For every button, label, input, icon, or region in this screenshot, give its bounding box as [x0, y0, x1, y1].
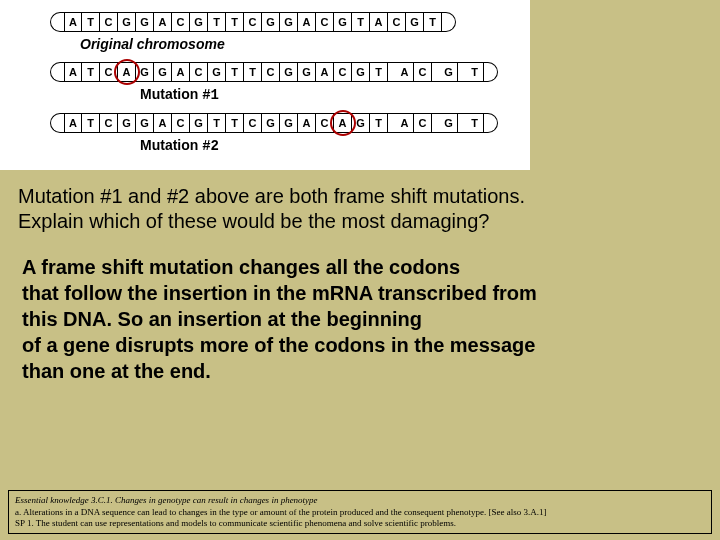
dna-base: C — [100, 12, 118, 32]
chromosome-diagram: ATCGGACGTTCGGACGTACGT Original chromosom… — [0, 0, 530, 170]
dna-base: G — [154, 62, 172, 82]
dna-base: G — [136, 62, 154, 82]
mutation-2-chromosome: ATCGGACGTTCGGACAGTACGT — [50, 113, 530, 133]
dna-base: G — [262, 113, 280, 133]
answer-line: of a gene disrupts more of the codons in… — [22, 332, 702, 358]
dna-base: A — [64, 113, 82, 133]
answer-line: that follow the insertion in the mRNA tr… — [22, 280, 702, 306]
dna-base: A — [298, 12, 316, 32]
answer-text: A frame shift mutation changes all the c… — [0, 244, 720, 394]
dna-base: G — [280, 12, 298, 32]
chrom-cap-left — [50, 113, 64, 133]
original-chromosome: ATCGGACGTTCGGACGTACGT — [50, 12, 530, 32]
dna-base: C — [172, 12, 190, 32]
dna-base: G — [298, 62, 316, 82]
dna-base: G — [190, 12, 208, 32]
dna-base: G — [280, 62, 298, 82]
dna-base: A — [154, 113, 172, 133]
mutation-number: #1 — [202, 87, 219, 103]
dna-base: G — [208, 62, 226, 82]
dna-base: C — [316, 113, 334, 133]
dna-base: T — [244, 62, 262, 82]
dna-base: A — [298, 113, 316, 133]
dna-base: T — [226, 62, 244, 82]
base-gap — [388, 113, 396, 133]
question-line: Explain which of these would be the most… — [18, 209, 702, 234]
answer-line: A frame shift mutation changes all the c… — [22, 254, 702, 280]
dna-base: G — [352, 62, 370, 82]
standards-footer: Essential knowledge 3.C.1. Changes in ge… — [8, 490, 712, 534]
dna-base: G — [334, 12, 352, 32]
dna-base: T — [226, 12, 244, 32]
dna-base: A — [396, 62, 414, 82]
dna-base: G — [406, 12, 424, 32]
dna-base: G — [262, 12, 280, 32]
dna-base: T — [424, 12, 442, 32]
dna-base: T — [82, 12, 100, 32]
dna-base: A — [118, 62, 136, 82]
base-gap — [432, 62, 440, 82]
dna-base: G — [136, 12, 154, 32]
dna-base: T — [370, 113, 388, 133]
original-label: Original chromosome — [80, 36, 530, 52]
dna-base: T — [352, 12, 370, 32]
dna-base: G — [440, 113, 458, 133]
dna-base: C — [334, 62, 352, 82]
dna-base: T — [208, 113, 226, 133]
dna-base: T — [82, 113, 100, 133]
mutation-1-label: Mutation #1 — [140, 86, 530, 103]
footer-line-a: a. Alterations in a DNA sequence can lea… — [15, 507, 705, 518]
dna-base: C — [414, 62, 432, 82]
mutation-1-chromosome: ATCAGGACGTTCGGACGTACGT — [50, 62, 530, 82]
dna-base: G — [136, 113, 154, 133]
chrom-cap-left — [50, 62, 64, 82]
dna-base: C — [100, 113, 118, 133]
dna-base: G — [190, 113, 208, 133]
dna-base: G — [118, 12, 136, 32]
chrom-cap-right — [442, 12, 456, 32]
dna-base: T — [82, 62, 100, 82]
base-gap — [458, 62, 466, 82]
chrom-cap-right — [484, 113, 498, 133]
base-gap — [432, 113, 440, 133]
dna-base: G — [352, 113, 370, 133]
dna-base: A — [64, 62, 82, 82]
dna-base: A — [370, 12, 388, 32]
dna-base: G — [118, 113, 136, 133]
essential-knowledge: Essential knowledge 3.C.1. Changes in ge… — [15, 495, 705, 506]
dna-base: A — [316, 62, 334, 82]
dna-base: C — [244, 113, 262, 133]
dna-base: A — [334, 113, 352, 133]
dna-base: A — [154, 12, 172, 32]
dna-base: T — [466, 113, 484, 133]
question-text: Mutation #1 and #2 above are both frame … — [0, 170, 720, 244]
dna-base: T — [226, 113, 244, 133]
dna-base: G — [280, 113, 298, 133]
chrom-cap-right — [484, 62, 498, 82]
dna-base: G — [440, 62, 458, 82]
dna-base: C — [262, 62, 280, 82]
chrom-cap-left — [50, 12, 64, 32]
question-line: Mutation #1 and #2 above are both frame … — [18, 184, 702, 209]
dna-base: T — [466, 62, 484, 82]
footer-line-sp: SP 1. The student can use representation… — [15, 518, 705, 529]
base-gap — [458, 113, 466, 133]
dna-base: C — [316, 12, 334, 32]
dna-base: C — [244, 12, 262, 32]
dna-base: C — [388, 12, 406, 32]
answer-line: than one at the end. — [22, 358, 702, 384]
dna-base: T — [370, 62, 388, 82]
dna-base: A — [64, 12, 82, 32]
mutation-label-text: Mutation — [140, 137, 198, 153]
dna-base: C — [190, 62, 208, 82]
dna-base: C — [172, 113, 190, 133]
dna-base: C — [414, 113, 432, 133]
base-gap — [388, 62, 396, 82]
dna-base: A — [172, 62, 190, 82]
mutation-2-label: Mutation #2 — [140, 137, 530, 154]
dna-base: T — [208, 12, 226, 32]
dna-base: A — [396, 113, 414, 133]
dna-base: C — [100, 62, 118, 82]
answer-line: this DNA. So an insertion at the beginni… — [22, 306, 702, 332]
mutation-label-text: Mutation — [140, 86, 198, 102]
